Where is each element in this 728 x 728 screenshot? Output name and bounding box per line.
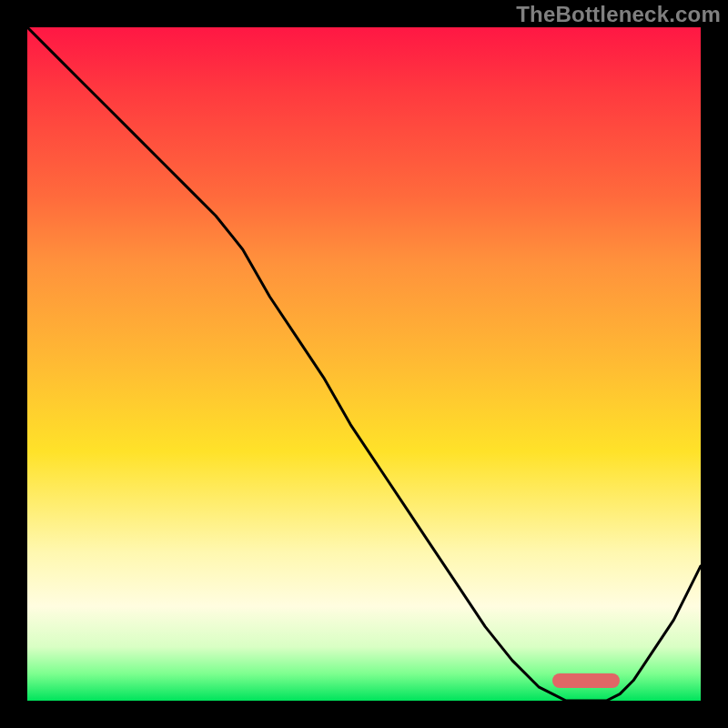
- optimal-range-marker: [552, 673, 620, 688]
- watermark-text: TheBottleneck.com: [516, 2, 721, 27]
- gradient-plot-area: [27, 27, 701, 701]
- chart-frame: TheBottleneck.com: [0, 0, 728, 728]
